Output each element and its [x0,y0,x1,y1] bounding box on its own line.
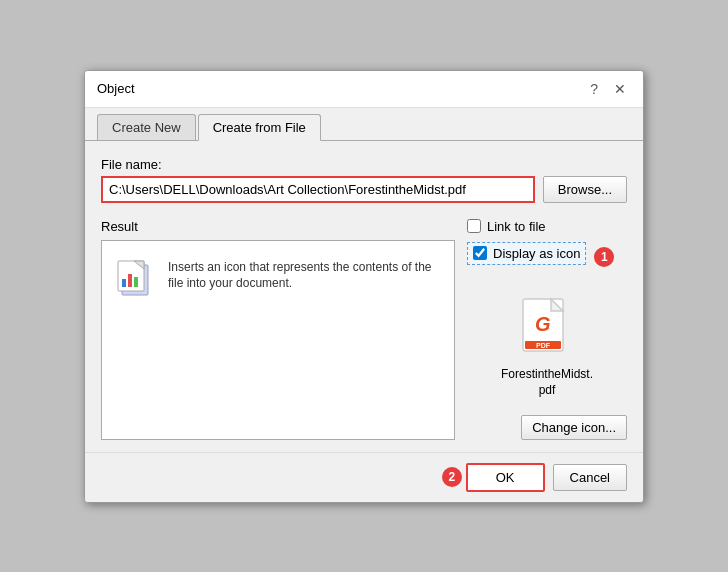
display-as-icon-checkbox[interactable] [473,246,487,260]
link-to-file-checkbox[interactable] [467,219,481,233]
tab-create-new[interactable]: Create New [97,114,196,140]
pdf-file-icon: G PDF [521,297,573,361]
dialog-title: Object [97,81,135,96]
file-name-input[interactable] [101,176,535,203]
title-bar-controls: ? ✕ [585,79,631,99]
right-panel: Link to file Display as icon 1 [467,219,627,440]
dialog-footer: 2 OK Cancel [85,452,643,502]
result-label: Result [101,219,455,234]
result-section: Result [101,219,455,440]
middle-section: Result [101,219,627,440]
display-as-icon-label[interactable]: Display as icon [493,246,580,261]
badge-2: 2 [442,467,462,487]
svg-rect-5 [134,277,138,287]
close-button[interactable]: ✕ [609,79,631,99]
icon-filename: ForestintheMidst. pdf [501,367,593,398]
change-icon-button[interactable]: Change icon... [521,415,627,440]
svg-rect-4 [128,274,132,287]
icon-preview: G PDF ForestintheMidst. pdf [467,293,627,403]
file-name-label: File name: [101,157,627,172]
tab-create-from-file[interactable]: Create from File [198,114,321,141]
svg-rect-3 [122,279,126,287]
svg-text:G: G [535,313,551,335]
display-as-icon-row: Display as icon [467,242,586,265]
result-doc-icon [114,255,158,299]
link-to-file-row: Link to file [467,219,627,234]
tab-bar: Create New Create from File [85,108,643,141]
link-to-file-label[interactable]: Link to file [487,219,546,234]
title-bar: Object ? ✕ [85,71,643,108]
help-button[interactable]: ? [585,79,603,99]
ok-button[interactable]: OK [466,463,545,492]
svg-text:PDF: PDF [536,342,551,349]
badge-1: 1 [594,247,614,267]
result-description: Inserts an icon that represents the cont… [168,259,442,293]
dialog-content: File name: Browse... Result [85,141,643,452]
file-row: Browse... [101,176,627,203]
cancel-button[interactable]: Cancel [553,464,627,491]
result-content: Inserts an icon that represents the cont… [110,249,446,305]
result-box: Inserts an icon that represents the cont… [101,240,455,440]
object-dialog: Object ? ✕ Create New Create from File F… [84,70,644,503]
browse-button[interactable]: Browse... [543,176,627,203]
